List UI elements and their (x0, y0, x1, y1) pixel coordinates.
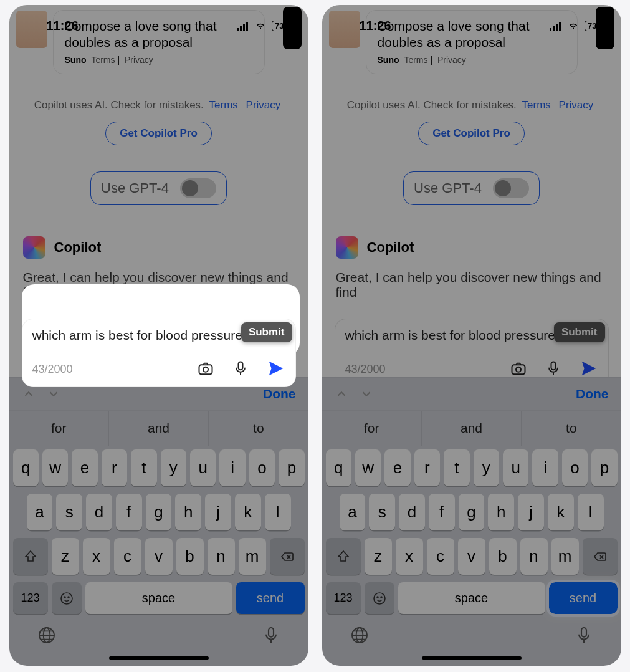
key-m[interactable]: m (239, 538, 266, 575)
suggestion-privacy-link[interactable]: Privacy (437, 55, 466, 65)
suggestion-privacy-link[interactable]: Privacy (125, 55, 153, 65)
key-t[interactable]: t (131, 449, 156, 486)
key-d[interactable]: d (86, 494, 112, 530)
key-j[interactable]: j (205, 494, 231, 530)
key-q[interactable]: q (13, 449, 39, 486)
send-icon[interactable] (267, 359, 285, 380)
key-j[interactable]: j (518, 494, 544, 530)
key-s[interactable]: s (56, 494, 82, 530)
key-l[interactable]: l (578, 494, 604, 530)
key-f[interactable]: f (429, 494, 455, 530)
key-backspace[interactable] (583, 538, 618, 575)
key-t[interactable]: t (444, 449, 469, 486)
chevron-up-icon[interactable] (22, 387, 36, 401)
key-m[interactable]: m (551, 538, 579, 575)
kb-sugg-3[interactable]: to (522, 411, 621, 446)
key-h[interactable]: h (175, 494, 201, 530)
key-k[interactable]: k (548, 494, 574, 530)
mic-icon[interactable] (232, 360, 249, 380)
key-s[interactable]: s (369, 494, 395, 530)
key-d[interactable]: d (399, 494, 425, 530)
camera-icon[interactable] (510, 360, 527, 380)
key-n[interactable]: n (208, 538, 235, 575)
privacy-link[interactable]: Privacy (559, 99, 594, 111)
suggestion-terms-link[interactable]: Terms (91, 55, 115, 65)
gpt4-toggle[interactable] (493, 178, 529, 198)
kb-sugg-1[interactable]: for (9, 411, 109, 446)
get-pro-button[interactable]: Get Copilot Pro (418, 122, 525, 145)
key-h[interactable]: h (488, 494, 514, 530)
key-e[interactable]: e (72, 449, 97, 486)
gpt4-toggle-row[interactable]: Use GPT-4 (403, 171, 540, 205)
key-f[interactable]: f (116, 494, 142, 530)
globe-icon[interactable] (37, 625, 57, 648)
key-y[interactable]: y (474, 449, 499, 486)
keyboard[interactable]: Done for and to qwertyuiop asdfghjkl zxc… (9, 377, 308, 666)
key-r[interactable]: r (414, 449, 440, 486)
key-l[interactable]: l (265, 494, 291, 530)
key-backspace[interactable] (270, 538, 305, 575)
gpt4-toggle[interactable] (180, 178, 216, 198)
kb-nav-arrows[interactable] (22, 387, 60, 401)
key-k[interactable]: k (235, 494, 261, 530)
suggestion-terms-link[interactable]: Terms (404, 55, 427, 65)
terms-link[interactable]: Terms (522, 99, 551, 111)
key-z[interactable]: z (365, 538, 392, 575)
key-r[interactable]: r (102, 449, 127, 486)
key-c[interactable]: c (427, 538, 454, 575)
kb-done-button[interactable]: Done (263, 386, 296, 401)
key-emoji[interactable] (52, 582, 82, 614)
camera-icon[interactable] (197, 360, 214, 380)
kb-sugg-2[interactable]: and (422, 411, 522, 446)
chevron-down-icon[interactable] (360, 387, 373, 401)
kb-sugg-1[interactable]: for (322, 411, 422, 446)
key-y[interactable]: y (161, 449, 186, 486)
key-u[interactable]: u (190, 449, 216, 486)
key-space[interactable]: space (85, 582, 232, 614)
key-emoji[interactable] (365, 582, 394, 614)
key-n[interactable]: n (520, 538, 548, 575)
key-v[interactable]: v (458, 538, 485, 575)
chevron-down-icon[interactable] (47, 387, 60, 401)
key-c[interactable]: c (114, 538, 141, 575)
kb-sugg-3[interactable]: to (209, 411, 308, 446)
kb-sugg-2[interactable]: and (109, 411, 209, 446)
kb-suggestions[interactable]: for and to (9, 411, 308, 446)
home-indicator[interactable] (422, 656, 522, 660)
key-space[interactable]: space (398, 582, 545, 614)
key-x[interactable]: x (396, 538, 423, 575)
key-123[interactable]: 123 (13, 582, 48, 614)
key-a[interactable]: a (340, 494, 366, 530)
key-i[interactable]: i (219, 449, 245, 486)
keyboard[interactable]: Done for and to qwertyuiop asdfghjkl zxc… (322, 377, 621, 666)
key-x[interactable]: x (83, 538, 110, 575)
key-b[interactable]: b (489, 538, 517, 575)
key-w[interactable]: w (42, 449, 68, 486)
chevron-up-icon[interactable] (335, 387, 348, 401)
key-g[interactable]: g (146, 494, 172, 530)
key-shift[interactable] (13, 538, 48, 575)
key-send[interactable]: send (549, 582, 618, 614)
key-g[interactable]: g (459, 494, 485, 530)
globe-icon[interactable] (350, 625, 370, 648)
dictation-icon[interactable] (261, 625, 281, 648)
key-v[interactable]: v (145, 538, 173, 575)
key-123[interactable]: 123 (326, 582, 361, 614)
key-i[interactable]: i (532, 449, 558, 486)
key-e[interactable]: e (384, 449, 410, 486)
key-p[interactable]: p (279, 449, 304, 486)
kb-done-button[interactable]: Done (576, 386, 609, 401)
key-q[interactable]: q (326, 449, 351, 486)
key-o[interactable]: o (249, 449, 275, 486)
gpt4-toggle-row[interactable]: Use GPT-4 (90, 171, 227, 205)
key-send[interactable]: send (236, 582, 305, 614)
key-w[interactable]: w (355, 449, 381, 486)
get-pro-button[interactable]: Get Copilot Pro (105, 122, 212, 145)
privacy-link[interactable]: Privacy (246, 99, 281, 111)
key-shift[interactable] (326, 538, 361, 575)
dictation-icon[interactable] (574, 625, 594, 648)
key-u[interactable]: u (503, 449, 528, 486)
kb-suggestions[interactable]: for and to (322, 411, 621, 446)
key-p[interactable]: p (591, 449, 617, 486)
key-b[interactable]: b (176, 538, 204, 575)
